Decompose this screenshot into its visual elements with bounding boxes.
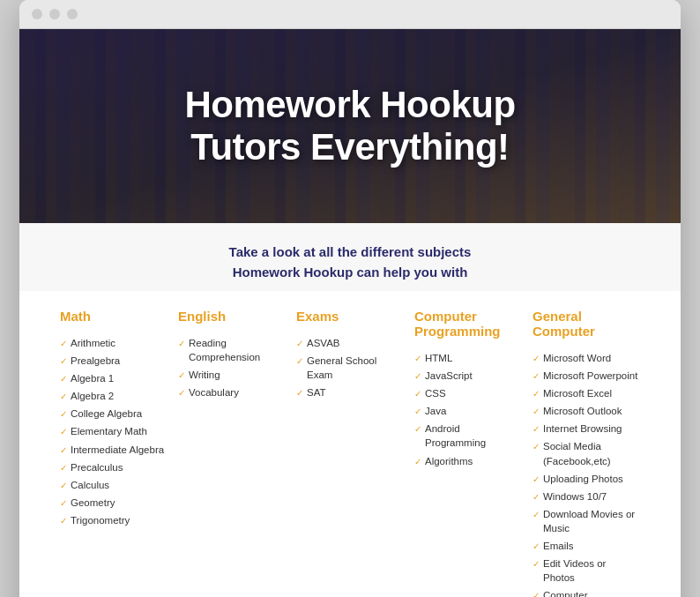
check-icon: ✓ <box>60 373 67 385</box>
list-item-text: Social Media (Facebook,etc) <box>543 439 640 467</box>
list-item: ✓Uploading Photos <box>532 472 640 486</box>
check-icon: ✓ <box>296 387 303 399</box>
check-icon: ✓ <box>414 353 421 365</box>
check-icon: ✓ <box>532 406 540 418</box>
check-icon: ✓ <box>532 370 540 383</box>
list-item-text: Microsoft Outlook <box>543 404 622 418</box>
list-item-text: Writing <box>189 368 220 382</box>
list-item-text: Calculus <box>71 478 109 492</box>
check-icon: ✓ <box>414 456 421 468</box>
category-list-exams: ✓ASVAB✓General School Exam✓SAT <box>296 336 404 399</box>
check-icon: ✓ <box>532 441 540 453</box>
check-icon: ✓ <box>414 388 421 400</box>
content-section: Math✓Arithmetic✓Prealgebra✓Algebra 1✓Alg… <box>19 291 681 597</box>
list-item-text: College Algebra <box>71 407 142 421</box>
list-item: ✓College Algebra <box>60 407 168 421</box>
hero-title-line2: Tutors Everything! <box>184 126 515 168</box>
check-icon: ✓ <box>414 370 421 383</box>
list-item: ✓Microsoft Excel <box>532 386 640 400</box>
list-item: ✓Writing <box>178 368 286 382</box>
list-item: ✓Algebra 1 <box>60 371 168 385</box>
list-item-text: Windows 10/7 <box>543 489 607 504</box>
check-icon: ✓ <box>60 426 67 438</box>
category-list-math: ✓Arithmetic✓Prealgebra✓Algebra 1✓Algebra… <box>60 336 168 527</box>
list-item-text: Download Movies or Music <box>543 507 640 535</box>
check-icon: ✓ <box>414 406 421 418</box>
list-item-text: Algebra 2 <box>71 389 114 403</box>
list-item: ✓Elementary Math <box>60 424 168 438</box>
list-item-text: Algebra 1 <box>71 371 114 385</box>
list-item-text: Algorithms <box>425 454 473 468</box>
check-icon: ✓ <box>60 462 67 474</box>
check-icon: ✓ <box>60 355 67 368</box>
subtitle-line1: Take a look at all the different subject… <box>37 243 663 263</box>
list-item-text: JavaScript <box>425 369 473 383</box>
category-list-general-computer: ✓Microsoft Word✓Microsoft Powerpoint✓Mic… <box>532 351 640 597</box>
check-icon: ✓ <box>60 408 67 421</box>
check-icon: ✓ <box>296 355 303 368</box>
list-item-text: Uploading Photos <box>543 472 623 486</box>
list-item-text: Microsoft Excel <box>543 386 612 400</box>
list-item: ✓Microsoft Word <box>532 351 640 365</box>
list-item: ✓Vocabulary <box>178 385 286 399</box>
list-item-text: Reading Comprehension <box>189 336 286 364</box>
list-item-text: Vocabulary <box>189 385 239 399</box>
list-item: ✓Download Movies or Music <box>532 507 640 535</box>
category-list-english: ✓Reading Comprehension✓Writing✓Vocabular… <box>178 336 286 399</box>
list-item: ✓Algorithms <box>414 454 522 468</box>
list-item: ✓Computer Maintenance <box>532 588 640 597</box>
hero-text: Homework Hookup Tutors Everything! <box>184 84 515 169</box>
browser-dot-1 <box>32 9 42 19</box>
list-item-text: Computer Maintenance <box>543 588 640 597</box>
list-item: ✓Social Media (Facebook,etc) <box>532 439 640 467</box>
list-item: ✓General School Exam <box>296 354 404 382</box>
list-item: ✓Emails <box>532 539 640 553</box>
list-item-text: Microsoft Word <box>543 351 611 365</box>
check-icon: ✓ <box>60 338 67 350</box>
category-title-math: Math <box>60 309 168 324</box>
list-item: ✓Windows 10/7 <box>532 489 640 504</box>
list-item-text: Prealgebra <box>71 354 120 368</box>
check-icon: ✓ <box>532 541 540 553</box>
check-icon: ✓ <box>178 369 185 382</box>
check-icon: ✓ <box>532 423 540 436</box>
app-wrapper: Homework Hookup Tutors Everything! Take … <box>19 0 681 597</box>
hero-title: Homework Hookup Tutors Everything! <box>184 84 515 169</box>
list-item: ✓Microsoft Outlook <box>532 404 640 418</box>
check-icon: ✓ <box>532 590 540 597</box>
browser-dot-2 <box>49 9 60 19</box>
check-icon: ✓ <box>532 509 540 521</box>
browser-bar <box>19 0 681 29</box>
check-icon: ✓ <box>60 515 67 527</box>
category-col-general-computer: General Computer✓Microsoft Word✓Microsof… <box>527 309 645 597</box>
check-icon: ✓ <box>532 558 540 571</box>
category-title-english: English <box>178 309 286 324</box>
list-item-text: ASVAB <box>307 336 340 350</box>
list-item-text: HTML <box>425 351 452 365</box>
category-col-math: Math✓Arithmetic✓Prealgebra✓Algebra 1✓Alg… <box>55 309 173 597</box>
list-item: ✓CSS <box>414 386 522 400</box>
category-title-computer-programming: Computer Programming <box>414 309 522 339</box>
list-item-text: Precalculus <box>71 460 123 474</box>
list-item-text: Arithmetic <box>71 336 115 350</box>
category-list-computer-programming: ✓HTML✓JavaScript✓CSS✓Java✓Android Progra… <box>414 351 522 468</box>
list-item: ✓Geometry <box>60 496 168 510</box>
list-item: ✓Prealgebra <box>60 354 168 368</box>
hero-section: Homework Hookup Tutors Everything! <box>19 29 681 223</box>
check-icon: ✓ <box>532 388 540 400</box>
check-icon: ✓ <box>60 497 67 510</box>
list-item-text: Intermediate Algebra <box>71 443 164 457</box>
category-col-computer-programming: Computer Programming✓HTML✓JavaScript✓CSS… <box>409 309 527 597</box>
check-icon: ✓ <box>532 491 540 504</box>
list-item-text: Emails <box>543 539 574 553</box>
category-col-exams: Exams✓ASVAB✓General School Exam✓SAT <box>291 309 409 597</box>
list-item: ✓Algebra 2 <box>60 389 168 403</box>
list-item-text: General School Exam <box>307 354 404 382</box>
category-title-exams: Exams <box>296 309 404 324</box>
hero-title-line1: Homework Hookup <box>184 84 515 126</box>
subtitle-section: Take a look at all the different subject… <box>19 223 681 291</box>
list-item: ✓JavaScript <box>414 369 522 383</box>
check-icon: ✓ <box>178 338 185 350</box>
check-icon: ✓ <box>178 387 185 399</box>
list-item: ✓Microsoft Powerpoint <box>532 369 640 383</box>
